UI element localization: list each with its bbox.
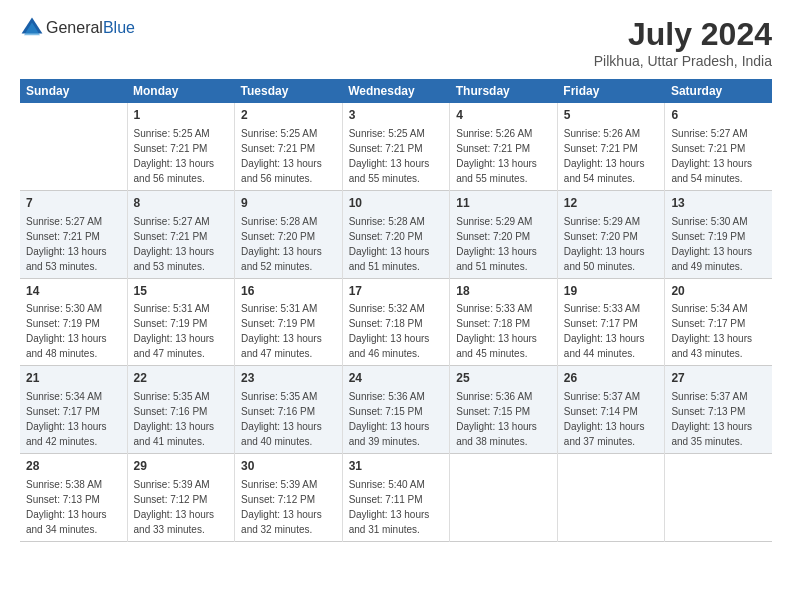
calendar-cell: 3Sunrise: 5:25 AMSunset: 7:21 PMDaylight… — [342, 103, 450, 190]
day-info: Sunrise: 5:28 AMSunset: 7:20 PMDaylight:… — [349, 214, 444, 274]
calendar-cell: 7Sunrise: 5:27 AMSunset: 7:21 PMDaylight… — [20, 190, 127, 278]
day-number: 12 — [564, 195, 659, 212]
day-info: Sunrise: 5:33 AMSunset: 7:17 PMDaylight:… — [564, 301, 659, 361]
day-info: Sunrise: 5:39 AMSunset: 7:12 PMDaylight:… — [134, 477, 229, 537]
day-number: 6 — [671, 107, 766, 124]
day-number: 28 — [26, 458, 121, 475]
calendar-cell: 11Sunrise: 5:29 AMSunset: 7:20 PMDayligh… — [450, 190, 558, 278]
day-info: Sunrise: 5:25 AMSunset: 7:21 PMDaylight:… — [349, 126, 444, 186]
day-number: 18 — [456, 283, 551, 300]
day-info: Sunrise: 5:27 AMSunset: 7:21 PMDaylight:… — [671, 126, 766, 186]
day-info: Sunrise: 5:25 AMSunset: 7:21 PMDaylight:… — [134, 126, 229, 186]
day-info: Sunrise: 5:38 AMSunset: 7:13 PMDaylight:… — [26, 477, 121, 537]
calendar-cell: 28Sunrise: 5:38 AMSunset: 7:13 PMDayligh… — [20, 454, 127, 542]
day-info: Sunrise: 5:30 AMSunset: 7:19 PMDaylight:… — [26, 301, 121, 361]
calendar-cell: 22Sunrise: 5:35 AMSunset: 7:16 PMDayligh… — [127, 366, 235, 454]
calendar-cell: 23Sunrise: 5:35 AMSunset: 7:16 PMDayligh… — [235, 366, 343, 454]
day-info: Sunrise: 5:31 AMSunset: 7:19 PMDaylight:… — [134, 301, 229, 361]
day-info: Sunrise: 5:36 AMSunset: 7:15 PMDaylight:… — [349, 389, 444, 449]
calendar-cell: 25Sunrise: 5:36 AMSunset: 7:15 PMDayligh… — [450, 366, 558, 454]
header-sunday: Sunday — [20, 79, 127, 103]
day-info: Sunrise: 5:28 AMSunset: 7:20 PMDaylight:… — [241, 214, 336, 274]
calendar-cell: 20Sunrise: 5:34 AMSunset: 7:17 PMDayligh… — [665, 278, 772, 366]
calendar-cell: 6Sunrise: 5:27 AMSunset: 7:21 PMDaylight… — [665, 103, 772, 190]
calendar-cell: 12Sunrise: 5:29 AMSunset: 7:20 PMDayligh… — [557, 190, 665, 278]
calendar-cell: 21Sunrise: 5:34 AMSunset: 7:17 PMDayligh… — [20, 366, 127, 454]
day-number: 7 — [26, 195, 121, 212]
month-year-title: July 2024 — [594, 16, 772, 53]
calendar-body: 1Sunrise: 5:25 AMSunset: 7:21 PMDaylight… — [20, 103, 772, 541]
calendar-week-row: 28Sunrise: 5:38 AMSunset: 7:13 PMDayligh… — [20, 454, 772, 542]
calendar-cell: 15Sunrise: 5:31 AMSunset: 7:19 PMDayligh… — [127, 278, 235, 366]
calendar-cell: 17Sunrise: 5:32 AMSunset: 7:18 PMDayligh… — [342, 278, 450, 366]
location-subtitle: Pilkhua, Uttar Pradesh, India — [594, 53, 772, 69]
day-info: Sunrise: 5:34 AMSunset: 7:17 PMDaylight:… — [671, 301, 766, 361]
day-info: Sunrise: 5:33 AMSunset: 7:18 PMDaylight:… — [456, 301, 551, 361]
day-number: 22 — [134, 370, 229, 387]
calendar-cell: 4Sunrise: 5:26 AMSunset: 7:21 PMDaylight… — [450, 103, 558, 190]
header-wednesday: Wednesday — [342, 79, 450, 103]
day-info: Sunrise: 5:27 AMSunset: 7:21 PMDaylight:… — [26, 214, 121, 274]
day-number: 15 — [134, 283, 229, 300]
day-info: Sunrise: 5:26 AMSunset: 7:21 PMDaylight:… — [456, 126, 551, 186]
calendar-cell — [450, 454, 558, 542]
calendar-cell: 30Sunrise: 5:39 AMSunset: 7:12 PMDayligh… — [235, 454, 343, 542]
day-info: Sunrise: 5:29 AMSunset: 7:20 PMDaylight:… — [564, 214, 659, 274]
logo: GeneralBlue — [20, 16, 135, 40]
day-number: 21 — [26, 370, 121, 387]
day-info: Sunrise: 5:35 AMSunset: 7:16 PMDaylight:… — [134, 389, 229, 449]
calendar-cell: 16Sunrise: 5:31 AMSunset: 7:19 PMDayligh… — [235, 278, 343, 366]
day-number: 9 — [241, 195, 336, 212]
calendar-week-row: 1Sunrise: 5:25 AMSunset: 7:21 PMDaylight… — [20, 103, 772, 190]
calendar-cell — [20, 103, 127, 190]
calendar-cell: 31Sunrise: 5:40 AMSunset: 7:11 PMDayligh… — [342, 454, 450, 542]
calendar-cell: 1Sunrise: 5:25 AMSunset: 7:21 PMDaylight… — [127, 103, 235, 190]
day-info: Sunrise: 5:37 AMSunset: 7:14 PMDaylight:… — [564, 389, 659, 449]
day-info: Sunrise: 5:36 AMSunset: 7:15 PMDaylight:… — [456, 389, 551, 449]
day-number: 20 — [671, 283, 766, 300]
day-info: Sunrise: 5:30 AMSunset: 7:19 PMDaylight:… — [671, 214, 766, 274]
day-number: 19 — [564, 283, 659, 300]
day-number: 2 — [241, 107, 336, 124]
title-section: July 2024 Pilkhua, Uttar Pradesh, India — [594, 16, 772, 69]
day-number: 17 — [349, 283, 444, 300]
calendar-cell: 24Sunrise: 5:36 AMSunset: 7:15 PMDayligh… — [342, 366, 450, 454]
header-monday: Monday — [127, 79, 235, 103]
day-info: Sunrise: 5:32 AMSunset: 7:18 PMDaylight:… — [349, 301, 444, 361]
page-header: GeneralBlue July 2024 Pilkhua, Uttar Pra… — [20, 16, 772, 69]
calendar-cell: 9Sunrise: 5:28 AMSunset: 7:20 PMDaylight… — [235, 190, 343, 278]
day-info: Sunrise: 5:40 AMSunset: 7:11 PMDaylight:… — [349, 477, 444, 537]
calendar-cell: 5Sunrise: 5:26 AMSunset: 7:21 PMDaylight… — [557, 103, 665, 190]
day-number: 25 — [456, 370, 551, 387]
calendar-table: Sunday Monday Tuesday Wednesday Thursday… — [20, 79, 772, 542]
header-saturday: Saturday — [665, 79, 772, 103]
calendar-cell: 2Sunrise: 5:25 AMSunset: 7:21 PMDaylight… — [235, 103, 343, 190]
day-info: Sunrise: 5:39 AMSunset: 7:12 PMDaylight:… — [241, 477, 336, 537]
calendar-cell: 29Sunrise: 5:39 AMSunset: 7:12 PMDayligh… — [127, 454, 235, 542]
day-info: Sunrise: 5:26 AMSunset: 7:21 PMDaylight:… — [564, 126, 659, 186]
calendar-cell: 10Sunrise: 5:28 AMSunset: 7:20 PMDayligh… — [342, 190, 450, 278]
calendar-cell — [557, 454, 665, 542]
calendar-cell: 13Sunrise: 5:30 AMSunset: 7:19 PMDayligh… — [665, 190, 772, 278]
header-row: Sunday Monday Tuesday Wednesday Thursday… — [20, 79, 772, 103]
day-number: 30 — [241, 458, 336, 475]
header-thursday: Thursday — [450, 79, 558, 103]
day-info: Sunrise: 5:34 AMSunset: 7:17 PMDaylight:… — [26, 389, 121, 449]
calendar-cell: 18Sunrise: 5:33 AMSunset: 7:18 PMDayligh… — [450, 278, 558, 366]
day-number: 11 — [456, 195, 551, 212]
day-number: 24 — [349, 370, 444, 387]
day-number: 31 — [349, 458, 444, 475]
calendar-cell: 19Sunrise: 5:33 AMSunset: 7:17 PMDayligh… — [557, 278, 665, 366]
day-number: 14 — [26, 283, 121, 300]
day-number: 23 — [241, 370, 336, 387]
day-info: Sunrise: 5:37 AMSunset: 7:13 PMDaylight:… — [671, 389, 766, 449]
day-info: Sunrise: 5:31 AMSunset: 7:19 PMDaylight:… — [241, 301, 336, 361]
day-number: 4 — [456, 107, 551, 124]
calendar-header: Sunday Monday Tuesday Wednesday Thursday… — [20, 79, 772, 103]
calendar-cell: 27Sunrise: 5:37 AMSunset: 7:13 PMDayligh… — [665, 366, 772, 454]
logo-icon — [20, 16, 44, 40]
day-number: 5 — [564, 107, 659, 124]
calendar-week-row: 21Sunrise: 5:34 AMSunset: 7:17 PMDayligh… — [20, 366, 772, 454]
day-number: 16 — [241, 283, 336, 300]
day-number: 1 — [134, 107, 229, 124]
